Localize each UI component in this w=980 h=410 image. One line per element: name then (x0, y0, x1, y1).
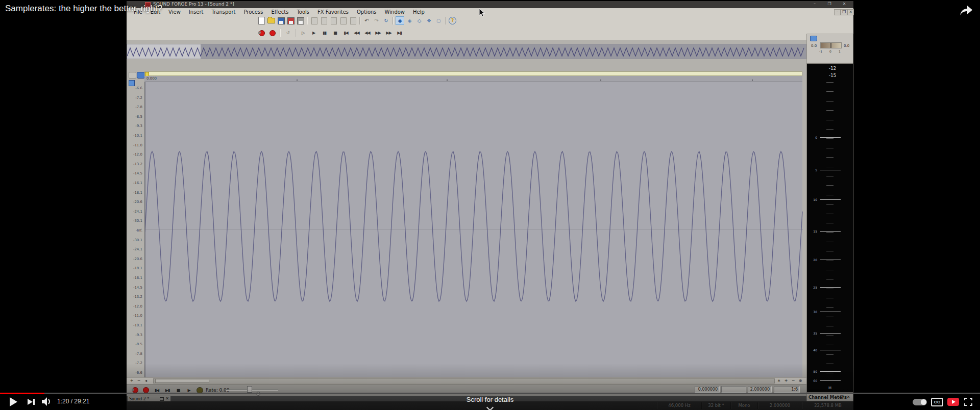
event-tool-icon[interactable]: ○ (434, 16, 443, 25)
play-button[interactable]: ▶ (309, 29, 318, 37)
maximize-button[interactable]: ❐ (823, 2, 836, 7)
db-label: -8.5 (126, 115, 142, 119)
paste-icon[interactable] (329, 16, 338, 25)
scroll-left-button-2[interactable]: ◂ (143, 378, 149, 383)
mdi-close-icon[interactable]: × (847, 9, 854, 15)
forward-button[interactable]: ▶▶ (374, 29, 382, 37)
zoom-button-3[interactable]: ⊕ (797, 378, 803, 383)
main-toolbar: ↶↷↻◆◈◇❖○? (127, 15, 853, 27)
mdi-minimize-icon[interactable]: – (834, 9, 841, 15)
pan-slider[interactable] (820, 42, 842, 48)
repeat-icon[interactable]: ↻ (382, 16, 390, 25)
peak-readout-1[interactable]: -12 (822, 66, 843, 71)
youtube-logo-button[interactable] (947, 398, 959, 406)
pencil-tool-icon[interactable]: ◇ (415, 16, 424, 25)
rewind-all-button[interactable]: ◀◀ (352, 29, 361, 37)
horizontal-scrollbar[interactable] (153, 378, 775, 383)
captions-button[interactable]: CC (931, 398, 943, 406)
db-label: -7.2 (126, 361, 142, 365)
magnify-icon[interactable] (137, 72, 145, 79)
record-button[interactable] (268, 29, 277, 37)
mix-icon[interactable] (349, 16, 357, 25)
seek-bar[interactable] (0, 393, 980, 394)
minimize-button[interactable]: – (808, 2, 821, 7)
scroll-for-details[interactable]: Scroll for details (0, 396, 980, 403)
share-icon[interactable] (959, 4, 974, 17)
meter-scale-label: 5 (809, 168, 817, 172)
copy-icon[interactable] (320, 16, 328, 25)
meter-minor-tick (826, 223, 834, 223)
db-label: -20.6 (126, 200, 142, 204)
go-to-start-button[interactable]: ▮◀ (341, 29, 350, 37)
fit-width-icon[interactable] (129, 80, 135, 86)
db-label: -16.1 (126, 276, 142, 280)
open-icon[interactable] (267, 16, 276, 25)
magnify-tool-icon[interactable]: ◈ (405, 16, 414, 25)
envelope-tool-icon[interactable]: ❖ (425, 16, 433, 25)
waveform-canvas[interactable] (144, 82, 802, 377)
overview-strip[interactable] (127, 44, 806, 59)
scroll-left-button-1[interactable]: − (136, 378, 142, 383)
autoplay-toggle[interactable] (913, 399, 927, 405)
stop-button[interactable]: ■ (331, 29, 339, 37)
save-icon[interactable] (277, 16, 285, 25)
ruler-tick (297, 80, 298, 81)
meter-major-tick (820, 137, 841, 138)
menu-help[interactable]: Help (409, 9, 429, 15)
undo-icon[interactable]: ↶ (362, 16, 371, 25)
meter-minor-tick (826, 326, 834, 326)
whats-this-help-icon[interactable]: ? (448, 16, 457, 25)
menu-effects[interactable]: Effects (267, 9, 292, 15)
db-label: -Inf. (126, 228, 142, 233)
pan-slider-thumb[interactable] (830, 43, 831, 48)
zoom-button-0[interactable]: ∗ (776, 378, 782, 383)
menu-options[interactable]: Options (353, 9, 381, 15)
zoom-button-1[interactable]: + (783, 378, 789, 383)
trim-icon[interactable] (339, 16, 348, 25)
lock-icon[interactable] (129, 72, 136, 79)
mdi-restore-icon[interactable]: ❐ (841, 9, 847, 15)
scroll-left-button-0[interactable]: + (129, 378, 135, 383)
play-all-button[interactable]: ▷ (299, 29, 307, 37)
meter-scale-label: 40 (809, 348, 817, 352)
peak-readout-2[interactable]: -15 (822, 73, 843, 78)
menu-insert[interactable]: Insert (185, 9, 208, 15)
forward-all-button[interactable]: ▶▶ (384, 29, 393, 37)
cut-icon[interactable] (310, 16, 318, 25)
record-special-button[interactable] (257, 29, 266, 37)
meter-minor-tick (826, 167, 834, 167)
save-as-icon[interactable] (286, 16, 295, 25)
meter-channel-label: M (807, 386, 853, 390)
loop-playback-button[interactable]: ↺ (283, 29, 292, 37)
window-titlebar[interactable] (127, 1, 853, 8)
rewind-button[interactable]: ◀◀ (363, 29, 372, 37)
menu-tools[interactable]: Tools (292, 9, 313, 15)
menu-process[interactable]: Process (239, 9, 267, 15)
rate-slider-track[interactable] (226, 390, 278, 391)
time-ruler[interactable]: 0.000 (144, 76, 802, 82)
channel-meters-panel: -12 -15 M 05101520253035405060 (806, 63, 853, 393)
menu-transport[interactable]: Transport (208, 9, 240, 15)
loop-region-bar[interactable] (144, 71, 802, 76)
menu-fx-favorites[interactable]: FX Favorites (313, 9, 353, 15)
menu-window[interactable]: Window (381, 9, 409, 15)
menu-view[interactable]: View (164, 9, 185, 15)
fullscreen-button[interactable] (964, 397, 973, 406)
save-all-icon[interactable] (296, 16, 305, 25)
redo-icon[interactable]: ↷ (372, 16, 381, 25)
pause-button[interactable]: ▮▮ (320, 29, 329, 37)
zoom-button-2[interactable]: − (790, 378, 796, 383)
go-to-end-button[interactable]: ▶▮ (395, 29, 404, 37)
edit-tool-icon[interactable]: ◆ (396, 16, 404, 25)
scrollbar-thumb[interactable] (155, 379, 209, 383)
meter-minor-tick (826, 364, 834, 364)
pan-left-value: 0.0 (811, 44, 817, 48)
new-file-icon[interactable] (257, 16, 266, 25)
meter-scale-label: 50 (809, 370, 817, 373)
meter-minor-tick (826, 101, 834, 101)
meter-minor-tick (826, 148, 834, 148)
menu-bar: FileEditViewInsertTransportProcessEffect… (127, 8, 853, 15)
dock-icon[interactable] (810, 36, 817, 41)
close-button[interactable]: ✕ (838, 2, 850, 7)
video-title[interactable]: Samplerates: the higher the better, righ… (5, 4, 162, 14)
